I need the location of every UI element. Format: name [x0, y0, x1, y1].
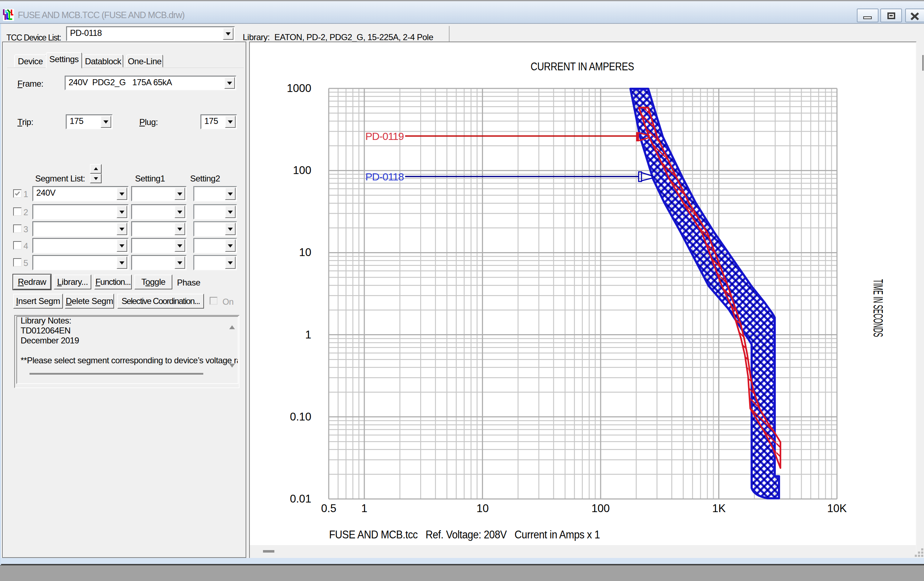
- svg-text:10: 10: [477, 502, 488, 515]
- svg-text:PD-0119: PD-0119: [365, 130, 404, 142]
- svg-text:10: 10: [299, 246, 311, 258]
- svg-text:PD-0118: PD-0118: [365, 171, 404, 183]
- svg-text:0.01: 0.01: [290, 492, 311, 505]
- svg-text:0.5: 0.5: [321, 502, 336, 515]
- svg-text:1: 1: [361, 502, 367, 515]
- svg-text:100: 100: [591, 502, 610, 515]
- svg-text:1: 1: [305, 329, 311, 341]
- svg-text:0.10: 0.10: [290, 411, 311, 423]
- svg-text:1000: 1000: [287, 82, 311, 94]
- svg-text:CURRENT IN AMPERES: CURRENT IN AMPERES: [531, 60, 634, 73]
- svg-text:10K: 10K: [827, 502, 846, 515]
- svg-text:100: 100: [293, 164, 311, 176]
- svg-text:1K: 1K: [712, 502, 726, 515]
- svg-text:TIME IN SECONDS: TIME IN SECONDS: [871, 279, 885, 337]
- svg-text:FUSE AND MCB.tcc Ref. Voltag: FUSE AND MCB.tcc Ref. Voltage: 208V Curr…: [329, 528, 600, 541]
